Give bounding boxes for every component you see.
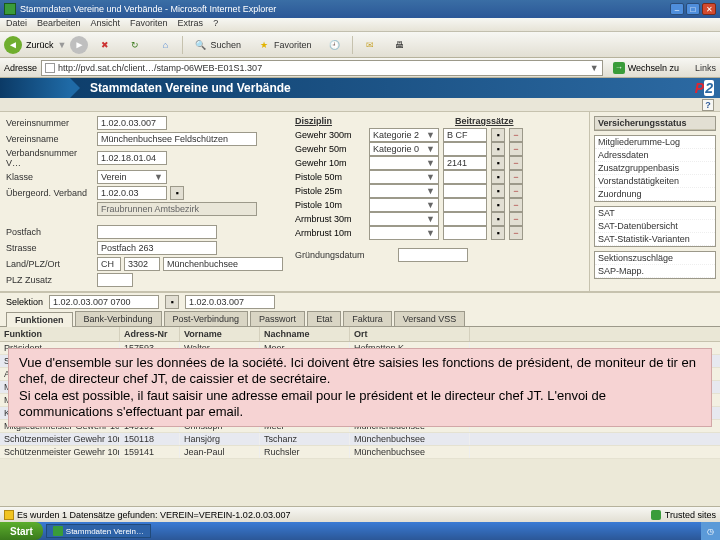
menu-edit[interactable]: Bearbeiten xyxy=(37,18,81,31)
beitrag-picker[interactable]: ▪ xyxy=(491,184,505,198)
menu-view[interactable]: Ansicht xyxy=(91,18,121,31)
beitrag-clear[interactable]: − xyxy=(509,142,523,156)
right-list-item[interactable]: Sektionszuschläge xyxy=(595,252,715,265)
help-button[interactable]: ? xyxy=(702,99,714,111)
history-button[interactable]: 🕘 xyxy=(322,36,348,54)
beitrag-picker[interactable]: ▪ xyxy=(491,226,505,240)
beitrag-input[interactable] xyxy=(443,212,487,226)
beitrag-input[interactable]: 2141 xyxy=(443,156,487,170)
vereinsnummer-input[interactable]: 1.02.0.03.007 xyxy=(97,116,167,130)
tab-etat[interactable]: Etat xyxy=(307,311,341,326)
discipline-select[interactable]: ▼ xyxy=(369,184,439,198)
selektion-picker[interactable]: ▪ xyxy=(165,295,179,309)
right-list-item[interactable]: SAT-Statistik-Varianten xyxy=(595,233,715,246)
beitrag-picker[interactable]: ▪ xyxy=(491,128,505,142)
tab-faktura[interactable]: Faktura xyxy=(343,311,392,326)
beitrag-picker[interactable]: ▪ xyxy=(491,212,505,226)
tab-versand-vss[interactable]: Versand VSS xyxy=(394,311,466,326)
taskbar-app[interactable]: Stammdaten Verein… xyxy=(46,524,151,538)
uebergeord-input[interactable]: 1.02.0.03 xyxy=(97,186,167,200)
tab-funktionen[interactable]: Funktionen xyxy=(6,312,73,327)
beitrag-picker[interactable]: ▪ xyxy=(491,198,505,212)
right-list-item[interactable]: SAT xyxy=(595,207,715,220)
discipline-select[interactable]: ▼ xyxy=(369,156,439,170)
address-input[interactable]: http://pvd.sat.ch/client…/stamp-06WEB-E0… xyxy=(41,60,603,76)
beitrag-input[interactable] xyxy=(443,198,487,212)
discipline-select[interactable]: ▼ xyxy=(369,198,439,212)
beitrag-clear[interactable]: − xyxy=(509,170,523,184)
beitrag-picker[interactable]: ▪ xyxy=(491,142,505,156)
nav-forward-button[interactable]: ► xyxy=(70,36,88,54)
refresh-button[interactable]: ↻ xyxy=(122,36,148,54)
minimize-button[interactable]: – xyxy=(670,3,684,15)
beitrag-picker[interactable]: ▪ xyxy=(491,156,505,170)
start-button[interactable]: Start xyxy=(0,522,43,540)
grid-col-header[interactable]: Funktion xyxy=(0,327,120,341)
nav-back-button[interactable]: ◄ xyxy=(4,36,22,54)
plzzusatz-input[interactable] xyxy=(97,273,133,287)
beitrag-clear[interactable]: − xyxy=(509,184,523,198)
discipline-select[interactable]: Kategorie 0▼ xyxy=(369,142,439,156)
right-list-item[interactable]: Zuordnung xyxy=(595,188,715,201)
right-list-item[interactable]: Vorstandstätigkeiten xyxy=(595,175,715,188)
discipline-select[interactable]: ▼ xyxy=(369,212,439,226)
uebergeord-picker[interactable]: ▪ xyxy=(170,186,184,200)
right-list-item[interactable]: SAP-Mapp. xyxy=(595,265,715,278)
tab-bank-verbindung[interactable]: Bank-Verbindung xyxy=(75,311,162,326)
discipline-select[interactable]: ▼ xyxy=(369,226,439,240)
go-button[interactable]: → Wechseln zu xyxy=(607,60,685,76)
postfach-input[interactable] xyxy=(97,225,217,239)
beitrag-input[interactable]: B CF xyxy=(443,128,487,142)
beitrag-clear[interactable]: − xyxy=(509,156,523,170)
gruendung-input[interactable] xyxy=(398,248,468,262)
home-button[interactable]: ⌂ xyxy=(152,36,178,54)
nav-back-label[interactable]: Zurück xyxy=(26,40,54,50)
stop-button[interactable]: ✖ xyxy=(92,36,118,54)
menu-help[interactable]: ? xyxy=(213,18,218,31)
beitrag-input[interactable] xyxy=(443,184,487,198)
land-input[interactable]: CH xyxy=(97,257,121,271)
tab-post-verbindung[interactable]: Post-Verbindung xyxy=(164,311,249,326)
vereinsname-input[interactable]: Münchenbuchsee Feldschützen xyxy=(97,132,257,146)
ort-input[interactable]: Münchenbuchsee xyxy=(163,257,283,271)
table-row[interactable]: Schützenmeister Gewehr 10m150118Hansjörg… xyxy=(0,433,720,446)
beitrag-input[interactable] xyxy=(443,142,487,156)
strasse-input[interactable]: Postfach 263 xyxy=(97,241,217,255)
beitrag-clear[interactable]: − xyxy=(509,198,523,212)
favorites-button[interactable]: ★Favoriten xyxy=(251,36,318,54)
grid-col-header[interactable]: Adress-Nr xyxy=(120,327,180,341)
mail-button[interactable]: ✉ xyxy=(357,36,383,54)
beitrag-clear[interactable]: − xyxy=(509,128,523,142)
menu-favorites[interactable]: Favoriten xyxy=(130,18,168,31)
selektion-input-2[interactable]: 1.02.0.03.007 xyxy=(185,295,275,309)
table-cell: Hansjörg xyxy=(180,433,260,445)
maximize-button[interactable]: □ xyxy=(686,3,700,15)
beitrag-input[interactable] xyxy=(443,170,487,184)
links-label[interactable]: Links xyxy=(695,63,716,73)
selektion-input-1[interactable]: 1.02.0.03.007 0700 xyxy=(49,295,159,309)
right-list-item[interactable]: SAT-Datenübersicht xyxy=(595,220,715,233)
grid-col-header[interactable]: Nachname xyxy=(260,327,350,341)
grid-col-header[interactable]: Ort xyxy=(350,327,470,341)
grid-col-header[interactable]: Vorname xyxy=(180,327,260,341)
close-button[interactable]: ✕ xyxy=(702,3,716,15)
table-row[interactable]: Schützenmeister Gewehr 10m159141Jean-Pau… xyxy=(0,446,720,459)
discipline-select[interactable]: ▼ xyxy=(369,170,439,184)
discipline-select[interactable]: Kategorie 2▼ xyxy=(369,128,439,142)
beitrag-clear[interactable]: − xyxy=(509,226,523,240)
plz-input[interactable]: 3302 xyxy=(124,257,160,271)
tab-passwort[interactable]: Passwort xyxy=(250,311,305,326)
right-list-item[interactable]: Mitgliederumme-Log xyxy=(595,136,715,149)
search-button[interactable]: 🔍Suchen xyxy=(187,36,247,54)
beitrag-clear[interactable]: − xyxy=(509,212,523,226)
menu-extras[interactable]: Extras xyxy=(178,18,204,31)
print-button[interactable]: 🖶 xyxy=(387,36,413,54)
beitrag-input[interactable] xyxy=(443,226,487,240)
system-tray[interactable]: ◷ xyxy=(701,522,720,540)
right-list-item[interactable]: Adressdaten xyxy=(595,149,715,162)
klasse-select[interactable]: Verein▼ xyxy=(97,170,167,184)
menu-file[interactable]: Datei xyxy=(6,18,27,31)
beitrag-picker[interactable]: ▪ xyxy=(491,170,505,184)
right-list-item[interactable]: Zusatzgruppenbasis xyxy=(595,162,715,175)
verbandsnummer-input[interactable]: 1.02.18.01.04 xyxy=(97,151,167,165)
